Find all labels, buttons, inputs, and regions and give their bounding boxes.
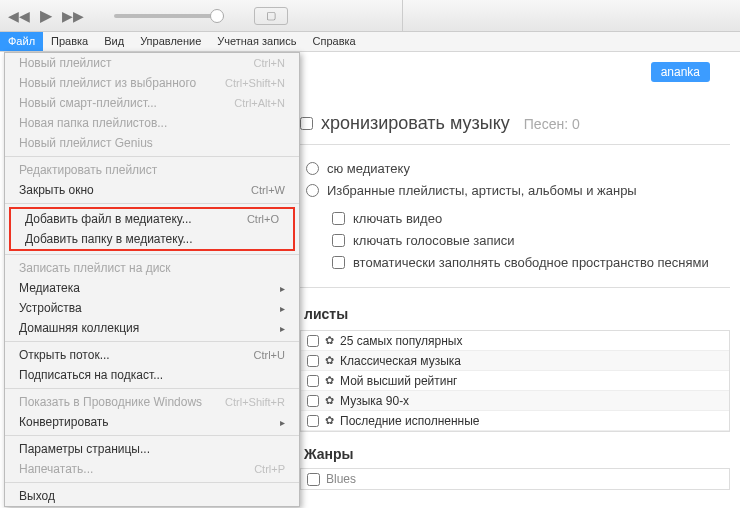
- menu-exit[interactable]: Выход: [5, 486, 299, 506]
- menubar-account[interactable]: Учетная запись: [209, 32, 304, 51]
- chevron-right-icon: ▸: [280, 417, 285, 428]
- menubar-help[interactable]: Справка: [305, 32, 364, 51]
- playlist-label: Музыка 90-х: [340, 394, 409, 408]
- menubar-view[interactable]: Вид: [96, 32, 132, 51]
- include-voice-label: ключать голосовые записи: [353, 233, 515, 248]
- radio-entire-library[interactable]: [306, 162, 319, 175]
- genre-checkbox[interactable]: [307, 473, 320, 486]
- menu-print[interactable]: Напечатать...Ctrl+P: [5, 459, 299, 479]
- playlist-checkbox[interactable]: [307, 395, 319, 407]
- radio-entire-library-label: сю медиатеку: [327, 161, 410, 176]
- autofill-checkbox[interactable]: [332, 256, 345, 269]
- sync-music-panel: ananka хронизировать музыку Песен: 0 сю …: [300, 52, 740, 508]
- gear-icon: ✿: [325, 374, 334, 387]
- file-menu-dropdown: Новый плейлистCtrl+N Новый плейлист из в…: [4, 52, 300, 507]
- menu-new-playlist[interactable]: Новый плейлистCtrl+N: [5, 53, 299, 73]
- menu-subscribe-podcast[interactable]: Подписаться на подкаст...: [5, 365, 299, 385]
- next-icon[interactable]: ▶▶: [62, 8, 84, 24]
- menu-close-window[interactable]: Закрыть окноCtrl+W: [5, 180, 299, 200]
- playlist-checkbox[interactable]: [307, 415, 319, 427]
- gear-icon: ✿: [325, 354, 334, 367]
- playlist-label: Классическая музыка: [340, 354, 461, 368]
- device-tag[interactable]: ananka: [651, 62, 710, 82]
- menubar-controls[interactable]: Управление: [132, 32, 209, 51]
- airplay-icon: ▢: [266, 9, 276, 22]
- chevron-right-icon: ▸: [280, 303, 285, 314]
- song-count: Песен: 0: [524, 116, 580, 132]
- autofill-label: втоматически заполнять свободное простра…: [353, 255, 709, 270]
- gear-icon: ✿: [325, 394, 334, 407]
- genre-row[interactable]: Blues: [307, 472, 723, 486]
- menu-burn-playlist[interactable]: Записать плейлист на диск: [5, 258, 299, 278]
- menubar-edit[interactable]: Правка: [43, 32, 96, 51]
- menu-show-in-explorer[interactable]: Показать в Проводнике WindowsCtrl+Shift+…: [5, 392, 299, 412]
- playlist-row[interactable]: ✿Мой высший рейтинг: [301, 371, 729, 391]
- menu-new-genius-playlist[interactable]: Новый плейлист Genius: [5, 133, 299, 153]
- chevron-right-icon: ▸: [280, 323, 285, 334]
- play-icon[interactable]: ▶: [40, 6, 52, 25]
- gear-icon: ✿: [325, 334, 334, 347]
- playlist-checkbox[interactable]: [307, 355, 319, 367]
- menubar-file[interactable]: Файл: [0, 32, 43, 51]
- genre-label: Blues: [326, 472, 356, 486]
- playlist-row[interactable]: ✿Музыка 90-х: [301, 391, 729, 411]
- menu-add-folder-to-library[interactable]: Добавить папку в медиатеку...: [11, 229, 293, 249]
- playlist-label: 25 самых популярных: [340, 334, 462, 348]
- playlist-row[interactable]: ✿Классическая музыка: [301, 351, 729, 371]
- playlists-list: ✿25 самых популярных ✿Классическая музык…: [300, 330, 730, 432]
- prev-icon[interactable]: ◀◀: [8, 8, 30, 24]
- volume-knob[interactable]: [210, 9, 224, 23]
- menu-new-playlist-from-selection[interactable]: Новый плейлист из выбранногоCtrl+Shift+N: [5, 73, 299, 93]
- playlist-row[interactable]: ✿Последние исполненные: [301, 411, 729, 431]
- include-video-label: ключать видео: [353, 211, 442, 226]
- menu-new-playlist-folder[interactable]: Новая папка плейлистов...: [5, 113, 299, 133]
- playlist-label: Последние исполненные: [340, 414, 480, 428]
- genres-header: Жанры: [300, 432, 730, 468]
- menu-highlighted-group: Добавить файл в медиатеку...Ctrl+O Добав…: [9, 207, 295, 251]
- sync-music-title: хронизировать музыку: [321, 113, 510, 134]
- gear-icon: ✿: [325, 414, 334, 427]
- playlist-row[interactable]: ✿25 самых популярных: [301, 331, 729, 351]
- playlists-header: листы: [300, 288, 730, 330]
- playlist-label: Мой высший рейтинг: [340, 374, 457, 388]
- menu-add-file-to-library[interactable]: Добавить файл в медиатеку...Ctrl+O: [11, 209, 293, 229]
- menu-open-stream[interactable]: Открыть поток...Ctrl+U: [5, 345, 299, 365]
- menu-home-sharing-submenu[interactable]: Домашняя коллекция▸: [5, 318, 299, 338]
- lcd-display: [402, 0, 740, 32]
- chevron-right-icon: ▸: [280, 283, 285, 294]
- menu-edit-playlist[interactable]: Редактировать плейлист: [5, 160, 299, 180]
- volume-slider[interactable]: [114, 14, 224, 18]
- radio-selected-playlists[interactable]: [306, 184, 319, 197]
- airplay-button[interactable]: ▢: [254, 7, 288, 25]
- genres-list: Blues: [300, 468, 730, 490]
- menu-page-setup[interactable]: Параметры страницы...: [5, 439, 299, 459]
- include-video-checkbox[interactable]: [332, 212, 345, 225]
- menu-convert-submenu[interactable]: Конвертировать▸: [5, 412, 299, 432]
- menu-library-submenu[interactable]: Медиатека▸: [5, 278, 299, 298]
- radio-selected-playlists-label: Избранные плейлисты, артисты, альбомы и …: [327, 183, 637, 198]
- menu-new-smart-playlist[interactable]: Новый смарт-плейлист...Ctrl+Alt+N: [5, 93, 299, 113]
- playlist-checkbox[interactable]: [307, 375, 319, 387]
- menubar: Файл Правка Вид Управление Учетная запис…: [0, 32, 740, 52]
- menu-devices-submenu[interactable]: Устройства▸: [5, 298, 299, 318]
- include-voice-checkbox[interactable]: [332, 234, 345, 247]
- sync-music-checkbox[interactable]: [300, 117, 313, 130]
- playlist-checkbox[interactable]: [307, 335, 319, 347]
